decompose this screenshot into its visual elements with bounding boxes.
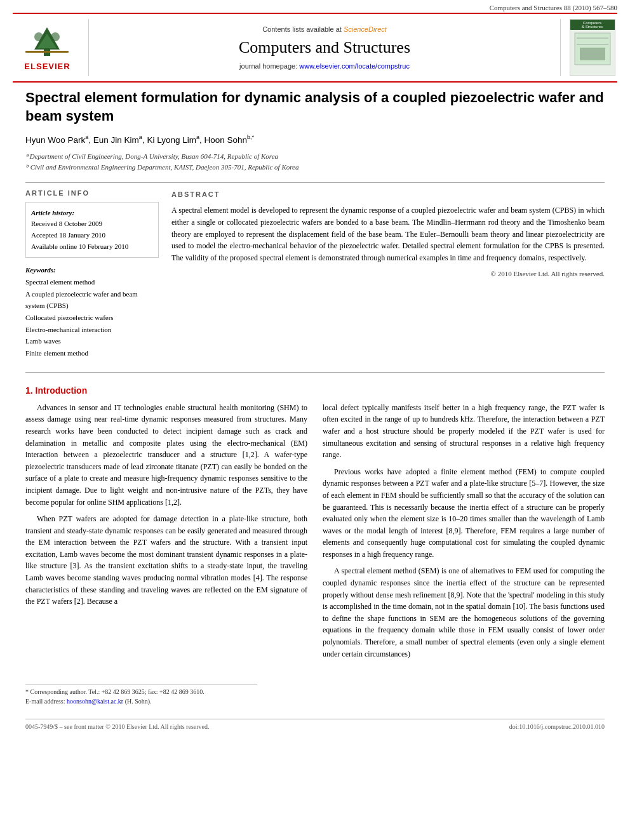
journal-cover-thumbnail: Computers& Structures [560, 19, 617, 76]
affiliation-b: ᵇ Civil and Environmental Engineering De… [25, 162, 605, 173]
citation-text: Computers and Structures 88 (2010) 567–5… [490, 4, 617, 11]
divider-1 [25, 182, 605, 183]
paper-content: Spectral element formulation for dynamic… [0, 83, 630, 677]
homepage-url[interactable]: www.elsevier.com/locate/compstruc [299, 62, 410, 70]
divider-2 [25, 372, 605, 373]
copyright-line: © 2010 Elsevier Ltd. All rights reserved… [171, 269, 605, 279]
email-link[interactable]: hoonsohn@kaist.ac.kr [67, 698, 123, 705]
body-col-right: local defect typically manifests itself … [323, 402, 605, 665]
article-history-box: Article history: Received 8 October 2009… [25, 202, 159, 258]
footnote-area: * Corresponding author. Tel.: +82 42 869… [0, 684, 630, 706]
keyword-4: Electro-mechanical interaction [25, 324, 159, 336]
received-date: Received 8 October 2009 [31, 218, 153, 230]
accepted-date: Accepted 18 January 2010 [31, 230, 153, 241]
contents-text: Contents lists available at [262, 25, 342, 33]
cover-image: Computers& Structures [570, 19, 615, 76]
elsevier-logo-section: ELSEVIER [13, 19, 89, 76]
article-info-header: ARTICLE INFO [25, 189, 159, 197]
keyword-2: A coupled piezoelectric wafer and beam s… [25, 288, 159, 312]
article-info-column: ARTICLE INFO Article history: Received 8… [25, 189, 159, 359]
journal-homepage: journal homepage: www.elsevier.com/locat… [239, 62, 410, 70]
elsevier-tree-icon [25, 24, 69, 59]
affiliations: ᵃ Department of Civil Engineering, Dong-… [25, 151, 605, 173]
section-number: 1. [25, 385, 33, 396]
footnote-star-content: * Corresponding author. Tel.: +82 42 869… [25, 688, 204, 695]
intro-p3: local defect typically manifests itself … [323, 402, 605, 461]
body-col-left: Advances in sensor and IT technologies e… [25, 402, 307, 665]
footnote-divider [25, 684, 257, 684]
abstract-header: ABSTRACT [171, 189, 605, 200]
intro-p4: Previous works have adopted a finite ele… [323, 466, 605, 561]
footnote-star-text: * Corresponding author. Tel.: +82 42 869… [25, 687, 605, 697]
sciencedirect-link[interactable]: ScienceDirect [344, 25, 387, 33]
intro-section-header: 1. Introduction [25, 385, 605, 396]
affiliation-a: ᵃ Department of Civil Engineering, Dong-… [25, 151, 605, 163]
intro-p2: When PZT wafers are adopted for damage d… [25, 513, 307, 608]
issn-text: 0045-7949/$ – see front matter © 2010 El… [25, 723, 209, 730]
available-date: Available online 10 February 2010 [31, 241, 153, 253]
abstract-column: ABSTRACT A spectral element model is dev… [171, 189, 605, 359]
author-hyun: Hyun Woo Park [25, 135, 85, 145]
journal-title: Computers and Structures [239, 38, 410, 57]
section-title: Introduction [36, 385, 88, 396]
svg-point-3 [34, 32, 43, 41]
cover-body [572, 30, 613, 69]
svg-point-4 [51, 32, 60, 41]
homepage-label: journal homepage: [239, 62, 297, 70]
cover-header: Computers& Structures [570, 20, 615, 30]
footer-bar: 0045-7949/$ – see front matter © 2010 El… [25, 719, 605, 730]
elsevier-logo: ELSEVIER [24, 24, 70, 71]
intro-p1: Advances in sensor and IT technologies e… [25, 402, 307, 508]
keyword-6: Finite element method [25, 347, 159, 359]
footnote-email: E-mail address: hoonsohn@kaist.ac.kr (H.… [25, 697, 605, 706]
abstract-text: A spectral element model is developed to… [171, 204, 605, 263]
journal-header: ELSEVIER Contents lists available at Sci… [13, 13, 617, 83]
history-label: Article history: [31, 208, 153, 219]
elsevier-label: ELSEVIER [24, 62, 70, 71]
intro-p5: A spectral element method (SEM) is one o… [323, 565, 605, 660]
doi-text: doi:10.1016/j.compstruc.2010.01.010 [509, 723, 605, 730]
body-two-col: Advances in sensor and IT technologies e… [25, 402, 605, 665]
email-label: E-mail address: [25, 698, 65, 705]
author-hoon: Hoon Sohn [204, 135, 247, 145]
keyword-3: Collocated piezoelectric wafers [25, 312, 159, 324]
author-ki: Ki Lyong Lim [147, 135, 196, 145]
keywords-section: Keywords: Spectral element method A coup… [25, 264, 159, 359]
email-suffix: (H. Sohn). [125, 698, 152, 705]
citation-bar: Computers and Structures 88 (2010) 567–5… [0, 0, 630, 13]
authors-line: Hyun Woo Parka, Eun Jin Kima, Ki Lyong L… [25, 134, 605, 145]
contents-available-line: Contents lists available at ScienceDirec… [262, 25, 387, 33]
author-eun: Eun Jin Kim [93, 135, 139, 145]
keywords-label: Keywords: [25, 264, 159, 276]
svg-rect-5 [25, 51, 69, 53]
journal-center: Contents lists available at ScienceDirec… [89, 19, 560, 76]
keyword-5: Lamb waves [25, 335, 159, 347]
info-abstract-section: ARTICLE INFO Article history: Received 8… [25, 189, 605, 359]
paper-title: Spectral element formulation for dynamic… [25, 89, 605, 125]
keyword-1: Spectral element method [25, 276, 159, 288]
